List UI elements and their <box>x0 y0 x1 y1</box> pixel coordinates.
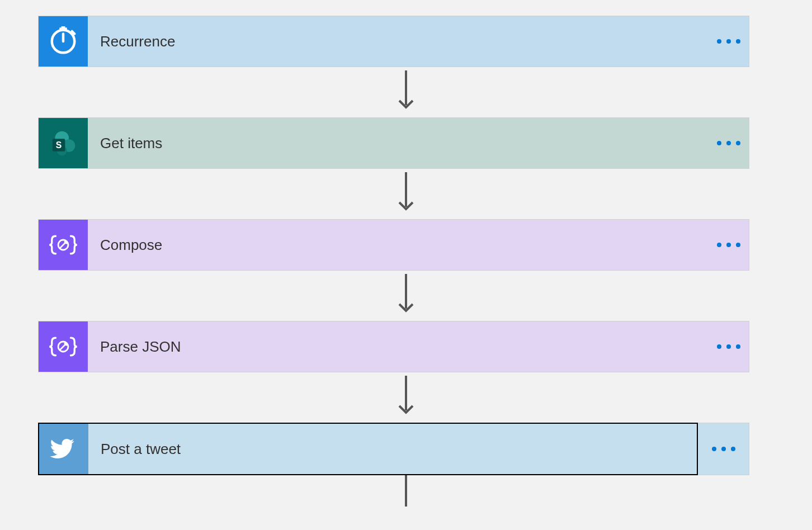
flow-arrow <box>0 67 812 117</box>
clock-icon <box>39 16 88 67</box>
data-operations-icon <box>39 321 88 372</box>
step-label: Compose <box>88 220 709 270</box>
flow-arrow <box>0 271 812 321</box>
ellipsis-icon <box>712 447 735 451</box>
ellipsis-icon <box>717 39 740 44</box>
step-label: Get items <box>88 118 709 168</box>
flow-arrow <box>0 169 812 219</box>
step-label: Parse JSON <box>88 321 709 372</box>
step-menu-button[interactable] <box>709 321 749 372</box>
sharepoint-icon: S <box>39 118 88 168</box>
step-label: Recurrence <box>88 16 709 67</box>
step-menu-button[interactable] <box>709 220 749 270</box>
step-post-tweet[interactable]: Post a tweet <box>38 423 698 475</box>
flow-diagram: Recurrence S Get i <box>0 16 812 507</box>
svg-line-4 <box>72 31 75 34</box>
step-menu-button[interactable] <box>709 118 749 168</box>
ellipsis-icon <box>717 141 740 145</box>
svg-text:S: S <box>56 140 62 150</box>
ellipsis-icon <box>717 243 740 247</box>
flow-arrow <box>0 475 812 507</box>
step-menu-button[interactable] <box>709 16 749 67</box>
step-compose[interactable]: Compose <box>38 219 749 271</box>
step-recurrence[interactable]: Recurrence <box>38 16 749 67</box>
step-parse-json[interactable]: Parse JSON <box>38 321 749 372</box>
ellipsis-icon <box>717 344 740 349</box>
step-label: Post a tweet <box>88 424 697 474</box>
twitter-icon <box>39 424 88 474</box>
step-get-items[interactable]: S Get items <box>38 117 749 169</box>
step-menu-button[interactable] <box>698 423 749 475</box>
svg-rect-3 <box>62 26 65 29</box>
flow-arrow <box>0 372 812 423</box>
data-operations-icon <box>39 220 88 270</box>
